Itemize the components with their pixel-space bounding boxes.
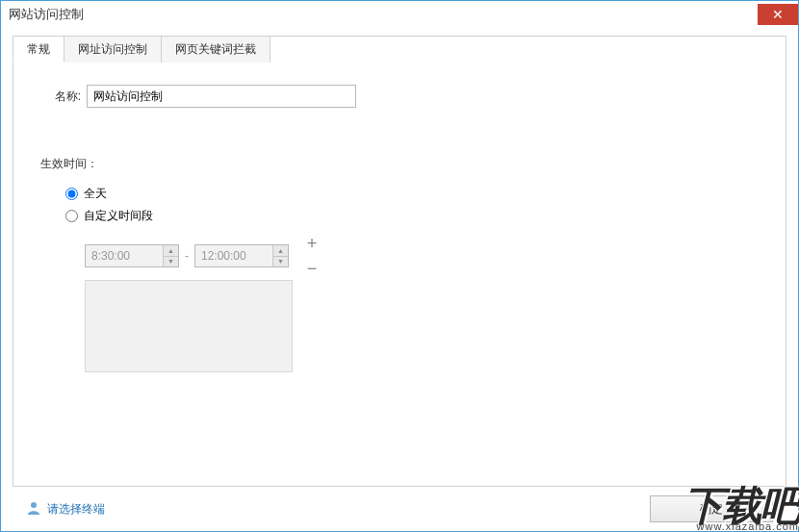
- tab-label: 网址访问控制: [78, 41, 147, 58]
- time-start-value: 8:30:00: [86, 245, 163, 266]
- time-range-row: 8:30:00 ▲ ▼ - 12:00:00 ▲ ▼: [85, 234, 759, 278]
- svg-point-0: [31, 502, 37, 508]
- close-icon: ✕: [772, 8, 784, 21]
- tab-panel: 常规 网址访问控制 网页关键词拦截 名称: 生效时间：: [13, 36, 786, 487]
- spinner-up-icon[interactable]: ▲: [273, 245, 288, 257]
- effective-time-label: 生效时间：: [40, 156, 759, 172]
- minus-icon: −: [307, 260, 318, 277]
- radio-all-day[interactable]: 全天: [65, 186, 759, 202]
- spinner-down-icon[interactable]: ▼: [273, 257, 288, 267]
- content-area: 常规 网址访问控制 网页关键词拦截 名称: 生效时间：: [1, 28, 798, 531]
- radio-custom-range[interactable]: 自定义时间段: [65, 208, 759, 224]
- tab-body-general: 名称: 生效时间： 全天 自定义时间段 8:30:: [13, 37, 786, 392]
- add-range-button[interactable]: +: [302, 234, 322, 253]
- user-icon: [26, 500, 41, 519]
- radio-custom-input[interactable]: [65, 210, 78, 222]
- ok-button[interactable]: 确定: [650, 495, 773, 522]
- radio-all-day-input[interactable]: [65, 188, 78, 200]
- add-remove-buttons: + −: [302, 234, 322, 278]
- tab-label: 网页关键词拦截: [175, 41, 256, 58]
- spinner-up-icon[interactable]: ▲: [164, 245, 178, 257]
- name-label: 名称:: [40, 89, 81, 105]
- time-radio-group: 全天 自定义时间段: [65, 186, 759, 224]
- spinner-buttons: ▲ ▼: [163, 245, 178, 266]
- tab-label: 常规: [27, 41, 50, 58]
- name-input[interactable]: [87, 85, 356, 108]
- plus-icon: +: [307, 235, 318, 252]
- tab-general[interactable]: 常规: [13, 36, 64, 63]
- radio-label: 全天: [84, 186, 107, 202]
- dialog-window: 网站访问控制 ✕ 常规 网址访问控制 网页关键词拦截 名称:: [0, 0, 799, 532]
- time-end-value: 12:00:00: [195, 245, 272, 266]
- link-text: 请选择终端: [47, 501, 105, 518]
- time-end-spinner[interactable]: 12:00:00 ▲ ▼: [194, 244, 289, 267]
- tab-url-control[interactable]: 网址访问控制: [64, 36, 162, 63]
- radio-label: 自定义时间段: [84, 208, 153, 224]
- spinner-buttons: ▲ ▼: [272, 245, 288, 266]
- close-button[interactable]: ✕: [758, 4, 798, 25]
- footer: 请选择终端 确定: [13, 487, 786, 531]
- titlebar: 网站访问控制 ✕: [1, 1, 798, 28]
- tab-keyword-block[interactable]: 网页关键词拦截: [161, 36, 271, 63]
- tab-strip: 常规 网址访问控制 网页关键词拦截: [13, 36, 270, 63]
- range-separator: -: [183, 249, 191, 263]
- spinner-down-icon[interactable]: ▼: [164, 257, 178, 267]
- time-range-list[interactable]: [85, 280, 293, 372]
- name-row: 名称:: [40, 85, 759, 108]
- select-terminal-link[interactable]: 请选择终端: [26, 500, 105, 519]
- time-start-spinner[interactable]: 8:30:00 ▲ ▼: [85, 244, 179, 267]
- remove-range-button[interactable]: −: [302, 259, 322, 278]
- window-title: 网站访问控制: [9, 6, 84, 23]
